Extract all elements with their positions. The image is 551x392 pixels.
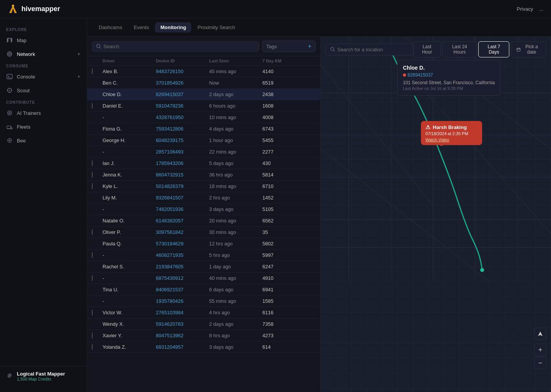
table-row[interactable]: Fiona G. 7593412806 4 days ago 6743 [87, 123, 320, 135]
tags-dropdown[interactable]: Tags + [262, 41, 316, 52]
table-row[interactable]: Xavier Y. 8047513962 8 hrs ago 4273 [87, 330, 320, 341]
watch-video-link[interactable]: Watch Video [425, 137, 478, 142]
harsh-braking-popup: ⚠ Harsh Braking 07/18/2024 at 2:35 PM Wa… [421, 121, 482, 145]
cell-device[interactable]: 8604732915 [156, 172, 209, 178]
cell-device[interactable]: 5914620783 [156, 321, 209, 327]
tab-monitoring[interactable]: Monitoring [155, 22, 191, 33]
cell-device[interactable]: 6048239175 [156, 137, 209, 143]
cell-device[interactable]: 6148392057 [156, 218, 209, 224]
privacy-link[interactable]: Privacy [517, 6, 533, 12]
search-box[interactable] [92, 41, 259, 52]
cell-seen: 4 days ago [209, 126, 262, 132]
cell-device[interactable]: 2765103984 [156, 310, 209, 315]
settings-icon[interactable] [6, 372, 13, 380]
cell-device[interactable]: 8406921537 [156, 287, 209, 292]
more-menu[interactable]: ... [539, 6, 543, 12]
table-row[interactable]: Oliver P. 3097561842 30 mins ago 35 [87, 227, 320, 238]
cell-device[interactable]: 3701854926 [156, 80, 209, 86]
svg-point-16 [8, 111, 12, 115]
col-driver-header[interactable]: Driver [103, 59, 156, 63]
status-dot [92, 160, 93, 167]
cell-device[interactable]: 9326841507 [156, 195, 209, 201]
table-row[interactable]: Jenna K. 8604732915 36 hrs ago 5814 [87, 169, 320, 181]
cell-km: 2438 [262, 91, 316, 97]
table-row[interactable]: Chloe D. 8269415037 2 days ago 2438 [87, 89, 320, 100]
map-search-box[interactable] [325, 44, 413, 56]
cell-device[interactable]: 8269415037 [156, 91, 209, 97]
table-row[interactable]: - 4328761950 10 mins ago 4008 [87, 112, 320, 123]
cell-device[interactable]: 9483726150 [156, 69, 209, 74]
table-row[interactable]: Wendy X. 5914620783 2 days ago 7358 [87, 318, 320, 330]
tab-events[interactable]: Events [128, 22, 154, 33]
cell-km: 614 [262, 344, 316, 350]
cell-seen: 3 days ago [209, 344, 262, 350]
tab-proximity-search[interactable]: Proximity Search [192, 22, 240, 33]
table-row[interactable]: Yolanda Z. 6831204957 3 days ago 614 [87, 341, 320, 353]
time-last-7-btn[interactable]: Last 7 Days [478, 41, 509, 57]
time-last-hour-btn[interactable]: Last Hour [413, 41, 441, 57]
cell-seen: 5 days ago [209, 160, 262, 166]
table-row[interactable]: - 4608271935 5 hrs ago 5997 [87, 250, 320, 261]
bee-icon [6, 137, 13, 144]
table-row[interactable]: George H. 6048239175 1 hour ago 5455 [87, 135, 320, 146]
table-row[interactable]: Lily M. 9326841507 2 hrs ago 1452 [87, 192, 320, 204]
time-last-24-btn[interactable]: Last 24 Hours [442, 41, 477, 57]
sidebar-item-network[interactable]: Network ▼ [0, 47, 87, 61]
status-dot [92, 183, 93, 189]
sidebar-item-bee[interactable]: Bee [0, 134, 87, 147]
tab-dashcams[interactable]: Dashcams [93, 22, 127, 33]
table-row[interactable]: Kyle L. 5014826379 18 mins ago 6710 [87, 181, 320, 192]
cell-device[interactable]: 7482051936 [156, 206, 209, 212]
status-dot [92, 309, 93, 316]
table-row[interactable]: Paula Q. 5730184629 12 hrs ago 5802 [87, 238, 320, 250]
cell-device[interactable]: 7593412806 [156, 126, 209, 132]
cell-device[interactable]: 4328761950 [156, 114, 209, 120]
map-search-input[interactable] [337, 47, 408, 52]
sidebar-item-console[interactable]: Console ▼ [0, 70, 87, 83]
col-km-header[interactable]: 7 Day KM [262, 59, 316, 63]
time-pick-date-btn[interactable]: Pick a date [511, 41, 546, 57]
table-row[interactable]: Ian J. 1785943206 5 days ago 430 [87, 158, 320, 169]
cell-device[interactable]: 4608271935 [156, 252, 209, 258]
cell-device[interactable]: 6831204957 [156, 344, 209, 350]
table-row[interactable]: Alex B. 9483726150 45 mins ago 4140 [87, 66, 320, 77]
cell-device[interactable]: 8047513962 [156, 333, 209, 338]
table-row[interactable]: - 2857106493 22 mins ago 2277 [87, 146, 320, 158]
cell-device[interactable]: 2193847605 [156, 264, 209, 270]
search-input[interactable] [103, 44, 255, 49]
sidebar: EXPLORE Map Network ▼ CONSUME Console ▼ [0, 18, 87, 392]
table-row[interactable]: Natalie O. 6148392057 20 mins ago 6562 [87, 215, 320, 227]
tooltip-device-id[interactable]: 8269415037 [403, 72, 495, 78]
cell-device[interactable]: 5014826379 [156, 183, 209, 189]
navigate-btn[interactable] [534, 328, 546, 340]
cell-driver: Chloe D. [103, 91, 156, 97]
col-device-header[interactable]: Device ID [156, 59, 209, 63]
tooltip-driver-name: Chloe D. [403, 65, 495, 71]
table-row[interactable]: Rachel S. 2193847605 1 day ago 6247 [87, 261, 320, 273]
cell-device[interactable]: 5910478236 [156, 103, 209, 109]
col-seen-header[interactable]: Last Seen [209, 59, 262, 63]
table-row[interactable]: Victor W. 2765103984 4 hrs ago 6116 [87, 307, 320, 318]
cell-device[interactable]: 2857106493 [156, 149, 209, 155]
table-row[interactable]: Daniel E. 5910478236 6 hours ago 1608 [87, 100, 320, 112]
zoom-out-btn[interactable]: − [534, 357, 546, 369]
sidebar-item-fleets[interactable]: Fleets [0, 120, 87, 134]
cell-device[interactable]: 5730184629 [156, 241, 209, 247]
cell-device[interactable]: 3097561842 [156, 229, 209, 235]
sidebar-item-map[interactable]: Map [0, 33, 87, 47]
status-indicator [92, 183, 103, 189]
table-row[interactable]: - 7482051936 3 days ago 5105 [87, 204, 320, 215]
cell-km: 6743 [262, 126, 316, 132]
zoom-in-btn[interactable]: + [534, 344, 546, 356]
table-row[interactable]: - 6875430912 40 mins ago 4910 [87, 273, 320, 284]
cell-seen: 45 mins ago [209, 69, 262, 74]
cell-device[interactable]: 6875430912 [156, 275, 209, 281]
cell-device[interactable]: 1935780426 [156, 298, 209, 304]
sidebar-item-ai-trainers[interactable]: AI Trainers [0, 106, 87, 120]
sidebar-item-scout[interactable]: Scout [0, 83, 87, 97]
table-row[interactable]: Tina U. 8406921537 6 days ago 6941 [87, 284, 320, 296]
table-row[interactable]: - 1935780426 55 mins ago 1585 [87, 296, 320, 307]
cell-device[interactable]: 1785943206 [156, 160, 209, 166]
table-row[interactable]: Ben C. 3701854926 Now 6519 [87, 77, 320, 89]
status-dot [92, 172, 93, 178]
